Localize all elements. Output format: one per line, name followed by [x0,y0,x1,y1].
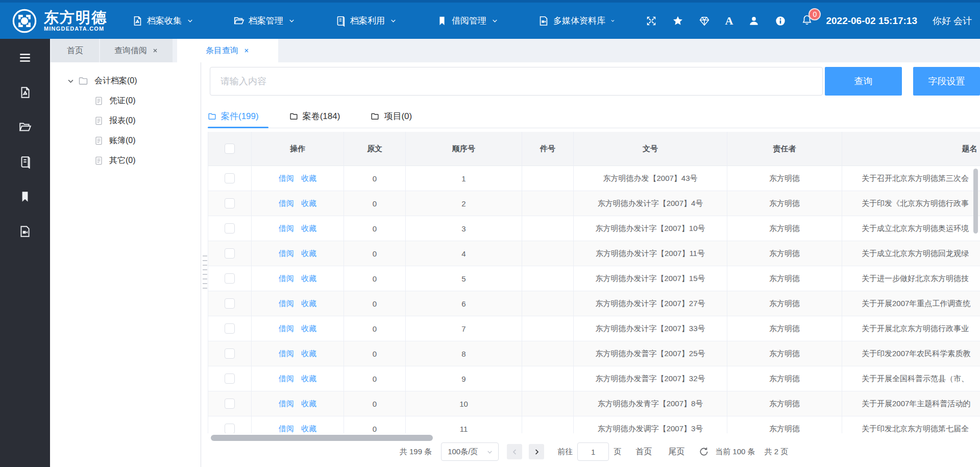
user-icon[interactable] [748,15,760,27]
info-icon[interactable] [775,15,786,27]
page-size-select[interactable]: 100条/页 [441,442,499,461]
favorite-link[interactable]: 收藏 [301,374,316,384]
favorite-link[interactable]: 收藏 [301,199,316,208]
nav-menu-archive-usage[interactable]: 档案利用 [335,15,397,27]
goto-label: 前往 [557,447,573,457]
first-page-button[interactable]: 首页 [635,447,652,457]
favorite-link[interactable]: 收藏 [301,224,316,233]
tree-node-accounting-archive[interactable]: 会计档案(0) [50,71,201,91]
star-icon[interactable] [672,15,683,27]
borrow-link[interactable]: 借阅 [279,299,294,309]
nav-menu-archive-management[interactable]: 档案管理 [233,15,295,27]
row-checkbox[interactable] [225,298,235,309]
row-select-cell [208,416,252,433]
favorite-link[interactable]: 收藏 [301,174,316,183]
refresh-icon[interactable] [699,447,709,457]
close-icon[interactable] [243,48,250,54]
total-count-label: 共 199 条 [400,447,432,457]
tree-node[interactable]: 凭证(0) [50,91,201,111]
subtab-volumes[interactable]: 案卷(184) [289,110,340,122]
header-item-no: 件号 [522,132,574,166]
row-checkbox[interactable] [225,248,235,259]
row-checkbox[interactable] [225,273,235,284]
row-doc-no-cell: 东方明德办发计字【2007】10号 [574,216,727,241]
favorite-link[interactable]: 收藏 [301,324,316,334]
notification-bell[interactable]: 0 [801,14,813,28]
select-all-checkbox[interactable] [225,144,235,154]
pdf-file-icon[interactable] [18,86,32,99]
row-actions-cell: 借阅 收藏 [252,416,344,433]
goto-page-input[interactable] [577,442,609,461]
query-button[interactable]: 查询 [825,67,902,96]
borrow-link[interactable]: 借阅 [279,374,294,384]
borrow-link[interactable]: 借阅 [279,249,294,259]
tree-children: 凭证(0) 报表(0) 账簿(0) [50,91,201,171]
fullscreen-icon[interactable] [646,15,657,27]
next-page-button[interactable] [529,444,544,459]
borrow-link[interactable]: 借阅 [279,349,294,359]
tab-entry-query[interactable]: 条目查询 [177,39,278,62]
chevron-down-icon [288,17,295,24]
row-checkbox[interactable] [225,399,235,409]
borrow-link[interactable]: 借阅 [279,399,294,409]
subtab-label: 案卷(184) [303,110,340,122]
vertical-scrollbar-thumb[interactable] [973,169,978,233]
folder-icon [208,112,216,121]
brand-logo[interactable]: 东方明德 MINGDEDATA.COM [0,8,107,34]
borrow-link[interactable]: 借阅 [279,174,294,183]
row-item-no-cell [522,191,574,216]
prev-page-button[interactable] [507,444,522,459]
bookmark-icon[interactable] [18,190,32,203]
nav-menu-multimedia-library[interactable]: 多媒体资料库 [538,15,615,27]
borrow-link[interactable]: 借阅 [279,199,294,208]
font-size-icon[interactable]: A [725,15,733,27]
row-actions-cell: 借阅 收藏 [252,366,344,391]
favorite-link[interactable]: 收藏 [301,249,316,259]
last-page-button[interactable]: 尾页 [668,447,684,457]
gem-icon[interactable] [699,15,710,27]
search-input[interactable] [210,67,823,96]
row-item-no-cell [522,266,574,291]
nav-menu-borrow-management[interactable]: 借阅管理 [436,15,498,27]
hamburger-menu-icon[interactable] [18,51,32,64]
tree-node[interactable]: 报表(0) [50,111,201,131]
book-icon[interactable] [18,155,32,169]
tree-expand-caret-icon[interactable] [67,77,75,85]
favorite-link[interactable]: 收藏 [301,424,316,434]
favorite-link[interactable]: 收藏 [301,349,316,359]
row-doc-no-cell: 东方明德办发计字【2007】33号 [574,316,727,341]
favorite-link[interactable]: 收藏 [301,399,316,409]
borrow-link[interactable]: 借阅 [279,324,294,334]
tree-node[interactable]: 其它(0) [50,151,201,171]
tree-node-label: 其它(0) [109,155,136,166]
close-icon[interactable] [152,48,158,54]
row-checkbox[interactable] [225,323,235,334]
folder-open-icon[interactable] [18,121,32,134]
borrow-link[interactable]: 借阅 [279,224,294,233]
favorite-link[interactable]: 收藏 [301,299,316,309]
tab-home[interactable]: 首页 [51,39,99,62]
tab-query-borrow[interactable]: 查询借阅 [100,39,173,62]
video-file-icon[interactable] [18,225,32,238]
row-checkbox[interactable] [225,198,235,208]
tree-node[interactable]: 账簿(0) [50,131,201,151]
pagination-bar: 共 199 条 100条/页 前往 页 首页 尾页 当前 100 条 共 2 页 [208,439,980,464]
row-checkbox[interactable] [225,373,235,384]
row-checkbox[interactable] [225,348,235,359]
favorite-link[interactable]: 收藏 [301,274,316,284]
main-menu: 档案收集 档案管理 档案利用 借阅管理 [132,15,615,27]
field-settings-button[interactable]: 字段设置 [913,67,980,96]
nav-menu-label: 借阅管理 [452,15,486,27]
borrow-link[interactable]: 借阅 [279,424,294,434]
nav-menu-archive-collection[interactable]: 档案收集 [132,15,193,27]
table-row: 借阅 收藏 0 7 东方明德办发计字【2007】33号 东方明德 关于开展北京东… [208,316,980,341]
user-greeting[interactable]: 你好 会计 [933,15,972,27]
subtab-projects[interactable]: 项目(0) [371,110,412,122]
row-responsible-cell: 东方明德 [727,291,842,316]
row-checkbox[interactable] [225,173,235,183]
borrow-link[interactable]: 借阅 [279,274,294,284]
subtab-cases[interactable]: 案件(199) [208,110,259,122]
panel-splitter[interactable] [202,251,208,292]
row-checkbox[interactable] [225,424,235,433]
row-checkbox[interactable] [225,223,235,233]
